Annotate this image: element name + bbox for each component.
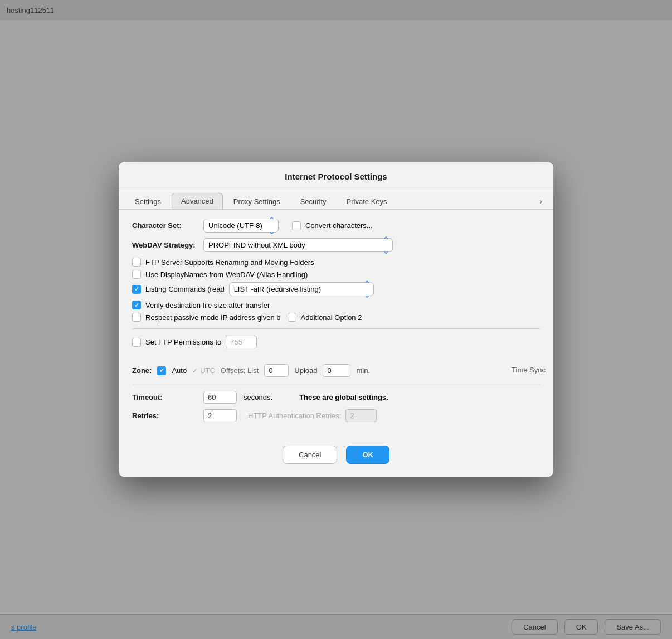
verify-filesize-checkbox[interactable] [132,301,141,309]
timeout-label: Timeout: [132,393,199,401]
ftp-permissions-input[interactable] [226,336,257,348]
listing-command-row: Listing Commands (read LIST -alR (recurs… [132,282,540,296]
convert-chars-label: Convert characters... [305,221,373,230]
ok-button[interactable]: OK [346,446,389,464]
listing-command-select[interactable]: LIST -alR (recursive listing) LIST -al M… [229,282,374,296]
divider-1 [132,328,540,329]
timeout-unit: seconds. [244,393,272,401]
webdav-strategy-select-wrapper: PROPFIND without XML body PROPFIND with … [203,238,393,252]
tab-settings[interactable]: Settings [125,193,171,209]
respect-passive-checkbox[interactable] [132,313,141,322]
character-set-select-wrapper: Unicode (UTF-8) UTF-16 ISO-8859-1 ASCII … [203,219,279,233]
time-sync-label: Time Sync [512,366,546,374]
timeout-input[interactable] [203,391,237,404]
verify-filesize-row: Verify destination file size after trans… [132,301,540,309]
zone-auto-checkbox[interactable] [157,366,166,375]
additional-option-2-label: Additional Option 2 [301,313,362,322]
ftp-permissions-label: Set FTP Permissions to [145,338,221,346]
modal-footer: Cancel OK [119,437,553,464]
tab-proxy-settings[interactable]: Proxy Settings [224,193,290,209]
global-settings-note: These are global settings. [299,393,388,401]
ftp-rename-row: FTP Server Supports Renaming and Moving … [132,258,540,267]
zone-utc-label: UTC [200,366,215,375]
respect-passive-row: Respect passive mode IP address given b … [132,313,540,322]
listing-command-checkbox[interactable] [132,285,141,294]
cancel-button[interactable]: Cancel [283,446,337,464]
convert-chars-checkbox[interactable] [292,221,301,230]
zone-section: Zone: Auto ✓ UTC Offsets: List Upload mi… [132,364,540,377]
listing-command-label: Listing Commands (read [145,285,225,293]
zone-upload-label: Upload [294,366,317,375]
timeout-row: Timeout: seconds. These are global setti… [132,391,540,404]
verify-filesize-label: Verify destination file size after trans… [145,301,270,309]
tab-bar: Settings Advanced Proxy Settings Securit… [119,188,553,210]
zone-offsets-label: Offsets: List [221,366,259,375]
tab-security[interactable]: Security [291,193,336,209]
zone-utc-group: ✓ UTC [192,366,215,375]
webdav-strategy-label: WebDAV Strategy: [132,241,199,249]
use-display-names-row: Use DisplayNames from WebDAV (Alias Hand… [132,270,540,279]
character-set-select[interactable]: Unicode (UTF-8) UTF-16 ISO-8859-1 ASCII [203,219,279,233]
spacer-1 [132,353,540,364]
ftp-permissions-row: Set FTP Permissions to [132,336,540,348]
zone-min-label: min. [356,366,370,375]
zone-offsets-input[interactable] [264,364,289,377]
zone-upload-input[interactable] [323,364,350,377]
modal-title: Internet Protocol Settings [285,172,387,181]
internet-protocol-settings-modal: Internet Protocol Settings Settings Adva… [119,162,553,477]
respect-passive-label: Respect passive mode IP address given b [145,313,281,322]
http-auth-retries-label: HTTP Authentication Retries: [248,412,341,420]
http-auth-retries-input[interactable] [345,409,377,422]
listing-command-select-wrapper: LIST -alR (recursive listing) LIST -al M… [229,282,374,296]
use-display-names-checkbox[interactable] [132,270,141,279]
character-set-label: Character Set: [132,221,199,230]
ftp-rename-label: FTP Server Supports Renaming and Moving … [145,258,314,267]
ftp-rename-checkbox[interactable] [132,258,141,267]
character-set-row: Character Set: Unicode (UTF-8) UTF-16 IS… [132,219,540,233]
retries-input[interactable] [203,409,237,422]
retries-label: Retries: [132,412,199,420]
zone-auto-label: Auto [172,366,187,375]
use-display-names-label: Use DisplayNames from WebDAV (Alias Hand… [145,270,308,279]
modal-body: Character Set: Unicode (UTF-8) UTF-16 IS… [119,210,553,437]
ftp-permissions-checkbox[interactable] [132,338,141,347]
zone-row: Zone: Auto ✓ UTC Offsets: List Upload mi… [132,364,540,377]
overlap-area: Use DisplayNames from WebDAV (Alias Hand… [132,270,540,296]
retries-row: Retries: HTTP Authentication Retries: [132,409,540,422]
divider-2 [132,384,540,384]
tab-advanced[interactable]: Advanced [172,193,223,209]
convert-chars-row: Convert characters... [292,221,373,230]
tab-private-keys[interactable]: Private Keys [337,193,397,209]
zone-label: Zone: [132,366,152,375]
webdav-strategy-row: WebDAV Strategy: PROPFIND without XML bo… [132,238,540,252]
additional-option-2-checkbox[interactable] [288,313,296,322]
tab-chevron-right[interactable]: › [535,195,547,208]
modal-title-bar: Internet Protocol Settings [119,162,553,188]
webdav-strategy-select[interactable]: PROPFIND without XML body PROPFIND with … [203,238,393,252]
